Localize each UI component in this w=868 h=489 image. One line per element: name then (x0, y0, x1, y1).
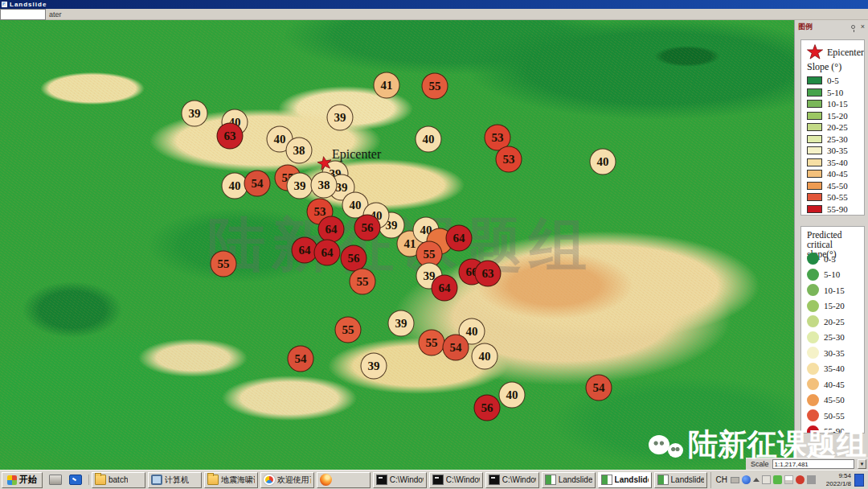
taskbar-button-label: Landslide (615, 475, 649, 484)
taskbar-button-landslide[interactable]: Landslide (598, 472, 652, 488)
chevron-up-icon[interactable] (753, 478, 760, 482)
taskbar: 开始 batch计算机地震海啸计算...欢迎使用百度网盘C:\Windows\s… (0, 470, 868, 489)
taskbar-button-landslide[interactable]: Landslide (654, 472, 708, 488)
main-area: 陆新征课题组 Epicenter 39406340383941554053534… (0, 20, 868, 470)
legend-row: 45-50 (807, 180, 864, 192)
legend-class-label: 35-40 (824, 364, 845, 373)
ps-icon[interactable] (69, 475, 82, 485)
slope-marker-54: 54 (288, 346, 314, 372)
pin-icon[interactable] (851, 25, 855, 29)
legend-panel-title: 图例 (798, 22, 851, 32)
taskbar-button--[interactable]: 地震海啸计算... (204, 472, 258, 488)
taskbar-button-landslide[interactable]: Landslide (542, 472, 596, 488)
legend-row: 25-30 (807, 330, 864, 346)
slope-marker-64: 64 (446, 225, 473, 252)
legend-swatch (807, 182, 822, 190)
language-indicator[interactable]: CH (716, 475, 727, 484)
ime-icon[interactable] (762, 475, 771, 484)
clock[interactable]: 9:54 2022/1/8 (819, 472, 851, 487)
app-icon (2, 2, 7, 7)
epicenter-star-icon (317, 155, 334, 172)
legend-panel-header[interactable]: 图例 × (795, 20, 868, 33)
critical-legend-title: Predicted critical slope(°) (807, 230, 864, 249)
legend-row: 40-45 (807, 168, 864, 180)
start-icon (7, 475, 17, 485)
legend-row: 0-5 (807, 75, 864, 87)
legend-swatch (807, 88, 822, 97)
legend-class-label: 5-10 (824, 269, 840, 279)
flag-icon[interactable] (784, 475, 793, 484)
slope-marker-40: 40 (590, 149, 616, 175)
globe-icon[interactable] (742, 475, 751, 484)
clock-date: 2022/1/8 (826, 480, 851, 487)
legend-row: 20-25 (807, 314, 864, 330)
folder-icon (95, 475, 106, 485)
taskbar-button--[interactable]: 欢迎使用百度网盘 (260, 472, 314, 488)
slope-marker-63: 63 (475, 261, 502, 287)
start-button[interactable]: 开始 (2, 472, 43, 488)
legend-swatch (807, 394, 819, 406)
legend-row: 5-10 (807, 87, 864, 99)
slope-marker-38: 38 (286, 138, 313, 164)
system-tray: CH 9:54 2022/1/8 (710, 472, 866, 488)
taskbar-button-label: 地震海啸计算... (221, 475, 255, 486)
legend-class-label: 10-15 (827, 99, 848, 109)
legend-swatch (807, 158, 822, 166)
firefox-icon (320, 474, 332, 486)
slope-marker-56: 56 (474, 395, 501, 421)
legend-row: 25-30 (807, 134, 864, 146)
window-title: Landslide (10, 1, 47, 8)
alert-icon[interactable] (796, 475, 805, 484)
title-bar[interactable]: Landslide (0, 0, 868, 9)
quick-launch (45, 475, 89, 485)
legend-row: 45-50 (807, 392, 864, 409)
slope-marker-55: 55 (211, 251, 237, 277)
slope-marker-55: 55 (350, 269, 376, 295)
slope-legend: Epicenter Slope (°) 0-55-1010-1515-2020-… (800, 39, 865, 216)
legend-row: 30-35 (807, 145, 864, 157)
legend-swatch (807, 135, 822, 143)
legend-row: 50-55 (807, 191, 864, 203)
slope-marker-41: 41 (374, 72, 400, 99)
legend-swatch (807, 123, 822, 131)
legend-swatch (807, 300, 819, 312)
legend-class-label: 15-20 (824, 301, 845, 310)
keyboard-icon[interactable] (731, 477, 739, 483)
legend-class-label: 5-10 (827, 88, 843, 97)
critical-slope-legend: Predicted critical slope(°) 0-55-1010-15… (800, 226, 865, 434)
slope-marker-64: 64 (432, 275, 458, 302)
taskbar-button-c-windows-sy-[interactable]: C:\Windows\sy... (485, 472, 539, 488)
taskbar-button-c-windows-sy-[interactable]: C:\Windows\sy... (373, 472, 427, 488)
printer-icon[interactable] (49, 475, 62, 485)
legend-class-label: 20-25 (827, 122, 848, 132)
slope-marker-38: 38 (311, 172, 338, 199)
taskbar-button--[interactable]: 计算机 (148, 472, 202, 488)
slope-marker-40: 40 (472, 343, 498, 370)
legend-swatch (807, 146, 822, 154)
map-canvas[interactable]: 陆新征课题组 Epicenter 39406340383941554053534… (0, 20, 794, 470)
slope-legend-title: Slope (°) (807, 61, 864, 75)
network-icon[interactable] (807, 475, 816, 484)
taskbar-button-batch[interactable]: batch (92, 472, 145, 488)
taskbar-button-firefox[interactable] (317, 472, 371, 488)
slope-marker-39: 39 (327, 105, 354, 131)
slope-marker-54: 54 (244, 171, 271, 197)
legend-class-label: 25-30 (824, 332, 845, 342)
slope-marker-64: 64 (318, 216, 345, 243)
taskbar-button-label: Landslide (671, 475, 705, 484)
legend-swatch (807, 253, 819, 265)
cmd-icon (376, 475, 387, 485)
slope-marker-55: 55 (422, 73, 448, 100)
green-icon[interactable] (773, 475, 782, 484)
toolbar-field[interactable] (0, 9, 46, 20)
legend-row: 15-20 (807, 110, 864, 122)
close-icon[interactable]: × (861, 23, 865, 31)
epicenter-label: Epicenter (332, 147, 381, 162)
show-desktop-button[interactable] (854, 474, 864, 487)
legend-class-label: 0-5 (827, 76, 839, 85)
legend-class-label: 35-40 (827, 158, 848, 167)
legend-row: 35-40 (807, 361, 864, 377)
taskbar-button-label: C:\Windows\sy... (390, 475, 424, 484)
taskbar-button-c-windows-s-[interactable]: C:\Windows\s... (429, 472, 483, 488)
bottom-watermark: 陆新征课题组 (649, 425, 866, 465)
